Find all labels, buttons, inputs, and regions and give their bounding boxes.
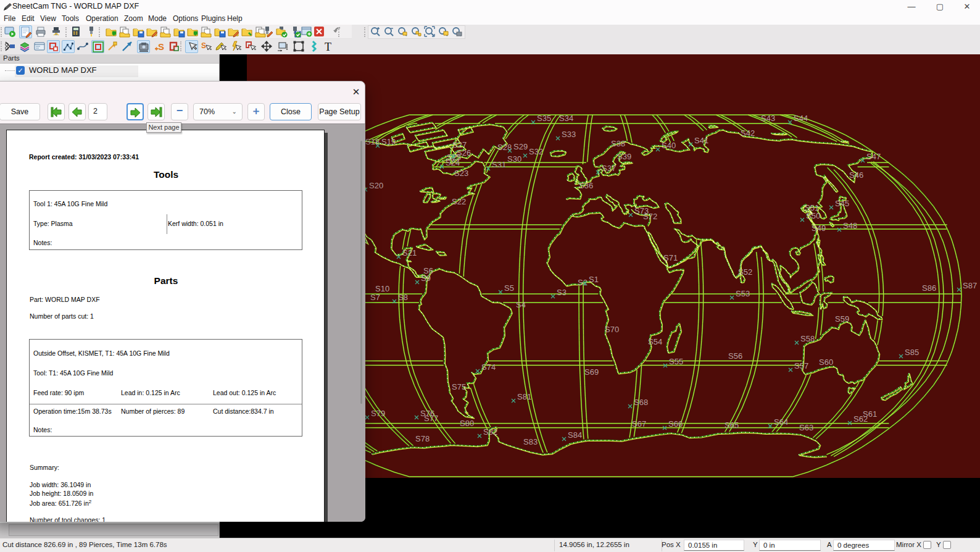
svg-text:S42: S42 [741, 128, 755, 138]
svg-text:S81: S81 [517, 392, 531, 401]
svg-text:S45: S45 [835, 199, 849, 208]
svg-text:S29: S29 [513, 142, 528, 151]
svg-text:S70: S70 [605, 325, 619, 334]
svg-text:S50: S50 [806, 211, 820, 220]
svg-text:S57: S57 [794, 361, 808, 370]
svg-text:S23: S23 [454, 169, 468, 178]
svg-text:S24: S24 [446, 158, 460, 167]
svg-text:S86: S86 [922, 283, 936, 293]
svg-text:S8: S8 [398, 293, 408, 302]
svg-text:S38: S38 [611, 139, 625, 148]
svg-text:S54: S54 [648, 337, 662, 346]
svg-text:S5: S5 [504, 283, 514, 293]
svg-text:S53: S53 [736, 289, 750, 298]
svg-text:S83: S83 [523, 437, 538, 446]
svg-text:S80: S80 [460, 419, 474, 428]
svg-text:S34: S34 [559, 114, 573, 123]
svg-text:S59: S59 [835, 314, 849, 324]
svg-text:S58: S58 [800, 334, 815, 343]
svg-text:S1: S1 [589, 275, 599, 284]
svg-text:S69: S69 [584, 367, 599, 377]
svg-text:S52: S52 [738, 267, 752, 277]
svg-text:S67: S67 [632, 419, 646, 429]
svg-text:S56: S56 [728, 351, 742, 361]
svg-text:S30: S30 [507, 154, 521, 164]
svg-text:S84: S84 [568, 430, 582, 440]
svg-text:S75: S75 [452, 382, 466, 391]
svg-text:S36: S36 [579, 181, 593, 190]
svg-text:T: T [325, 41, 331, 52]
svg-text:S35: S35 [537, 114, 551, 123]
svg-text:S64: S64 [774, 417, 788, 427]
svg-text:S77: S77 [424, 414, 438, 423]
svg-text:S79: S79 [371, 409, 385, 418]
svg-text:S63: S63 [799, 423, 813, 432]
svg-text:S19: S19 [381, 137, 396, 146]
svg-text:S31: S31 [492, 160, 506, 169]
svg-text:S20: S20 [369, 181, 383, 190]
svg-text:S85: S85 [905, 348, 919, 357]
svg-text:S44: S44 [794, 114, 808, 123]
svg-text:S49: S49 [812, 224, 826, 233]
svg-text:S37: S37 [602, 164, 616, 173]
svg-text:S: S [158, 41, 164, 52]
svg-text:S7: S7 [370, 293, 380, 302]
svg-text:S48: S48 [843, 221, 857, 230]
svg-text:S46: S46 [849, 170, 863, 180]
svg-text:S74: S74 [481, 362, 496, 372]
svg-text:S60: S60 [819, 358, 833, 367]
svg-text:S33: S33 [562, 130, 576, 139]
svg-text:S47: S47 [866, 152, 881, 161]
svg-text:S32: S32 [529, 147, 543, 156]
svg-text:S78: S78 [415, 434, 430, 443]
svg-text:S: S [201, 41, 206, 50]
svg-text:S18: S18 [365, 137, 380, 146]
svg-text:S21: S21 [402, 248, 417, 257]
svg-text:S65: S65 [725, 420, 739, 430]
svg-text:S39: S39 [617, 152, 631, 161]
svg-text:S4: S4 [516, 300, 526, 309]
svg-text:S68: S68 [634, 398, 648, 407]
svg-text:S87: S87 [963, 281, 977, 290]
svg-text:S72: S72 [643, 212, 657, 221]
svg-text:S55: S55 [669, 357, 683, 366]
svg-text:S66: S66 [668, 419, 683, 429]
svg-text:S40: S40 [662, 141, 676, 150]
svg-text:S10: S10 [375, 284, 389, 293]
svg-text:S82: S82 [483, 427, 497, 437]
svg-text:S62: S62 [853, 414, 868, 424]
svg-text:S9: S9 [421, 274, 431, 283]
svg-text:S43: S43 [761, 114, 775, 123]
svg-text:S3: S3 [557, 288, 567, 297]
svg-text:S71: S71 [663, 253, 678, 262]
svg-text:S22: S22 [452, 197, 466, 206]
svg-text:S41: S41 [694, 136, 708, 145]
